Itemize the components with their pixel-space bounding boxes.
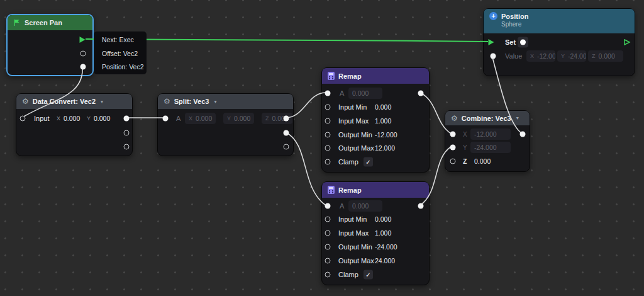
node-header-remap-bottom[interactable]: Remap (322, 182, 429, 198)
output-max-port[interactable] (325, 145, 331, 151)
node-header-screen-pan[interactable]: Screen Pan (8, 15, 92, 30)
position-output-port[interactable] (80, 64, 86, 70)
result-output-port[interactable] (418, 91, 424, 96)
output-max-port[interactable] (325, 258, 331, 264)
a-input-port[interactable] (325, 203, 331, 209)
position-icon: + (489, 12, 497, 20)
input-min-port[interactable] (325, 105, 331, 110)
node-data-convert[interactable]: ⚙ Data Convert: Vec2 ▾ Input X 0.000 Y 0… (16, 93, 133, 156)
clamp-port[interactable] (325, 272, 331, 278)
node-remap-top[interactable]: Remap A 0.000 Input Min 0.000 Input Max … (321, 67, 430, 173)
exec-output-port[interactable] (624, 39, 631, 46)
exec-output-port[interactable] (79, 37, 86, 43)
node-header-data-convert[interactable]: ⚙ Data Convert: Vec2 ▾ (16, 94, 132, 109)
output-min-label: Output Min (338, 131, 372, 139)
a-input-port[interactable] (325, 91, 331, 96)
output-min-field[interactable]: -24.000 (375, 243, 397, 251)
result-output-port[interactable] (520, 132, 526, 137)
output-max-label: Output Max (338, 257, 374, 265)
x-axis-label: X (463, 131, 467, 138)
set-toggle[interactable] (518, 37, 528, 48)
toggle-dot (520, 40, 526, 45)
input-max-field[interactable]: 1.000 (375, 117, 391, 125)
output-min-label: Output Min (338, 243, 372, 251)
port-label-position: Position: Vec2 (102, 63, 144, 71)
clamp-checkbox[interactable]: ✓ (364, 270, 373, 280)
x-value-field[interactable]: 0.000 (64, 115, 80, 122)
y-output-port[interactable] (284, 130, 289, 136)
result-output-port[interactable] (124, 116, 130, 122)
node-header-position[interactable]: + Position Sphere (484, 9, 635, 33)
gear-icon: ⚙ (451, 115, 458, 122)
input-max-label: Input Max (338, 229, 369, 237)
node-header-remap-top[interactable]: Remap (322, 68, 429, 84)
port-labels-tooltip: Next: Exec Offset: Vec2 Position: Vec2 (94, 31, 147, 74)
y-axis-label: Y (87, 115, 91, 122)
input-min-label: Input Min (338, 103, 367, 111)
x-output-port[interactable] (284, 116, 289, 122)
value-input-port[interactable] (491, 54, 496, 59)
x-axis-label: X (57, 115, 60, 122)
output-max-field[interactable]: 12.000 (375, 144, 395, 152)
chevron-down-icon[interactable]: ▾ (516, 115, 519, 121)
a-label: A (340, 89, 344, 97)
a-value-field: 0.000 (348, 200, 382, 212)
node-split[interactable]: ⚙ Split: Vec3 ▾ A X 0.000 Y 0.000 Z 0.00… (157, 93, 294, 156)
node-combine[interactable]: ⚙ Combine: Vec3 ▾ X -12.000 Y -24.000 Z … (445, 110, 530, 172)
a-label: A (340, 202, 344, 210)
z-input-port[interactable] (450, 159, 456, 164)
node-screen-pan[interactable]: Screen Pan (6, 14, 94, 76)
input-min-port[interactable] (325, 217, 331, 222)
clamp-port[interactable] (325, 159, 331, 165)
output-port-3[interactable] (124, 144, 130, 150)
port-label-offset: Offset: Vec2 (102, 50, 138, 57)
y-value-field: Y 0.000 (223, 113, 254, 124)
a-label: A (176, 115, 180, 122)
input-label: Input (34, 115, 49, 122)
input-min-label: Input Min (338, 215, 367, 223)
node-title: Split: Vec3 (174, 98, 209, 105)
y-input-port[interactable] (450, 145, 456, 151)
node-subtitle: Sphere (501, 21, 629, 28)
x-value-field: -12.000 (470, 128, 511, 140)
node-graph-canvas[interactable]: Screen Pan ⚙ Data Convert: Vec2 ▾ Input … (0, 0, 644, 296)
input-min-field[interactable]: 0.000 (375, 103, 391, 111)
offset-output-port[interactable] (80, 51, 86, 57)
chevron-down-icon[interactable]: ▾ (214, 99, 216, 105)
y-value-field: Y-24.000 (557, 50, 586, 62)
output-min-port[interactable] (325, 244, 331, 250)
output-min-port[interactable] (325, 132, 331, 138)
output-min-field[interactable]: -12.000 (375, 131, 397, 139)
chevron-down-icon[interactable]: ▾ (101, 99, 103, 105)
node-title: Position (501, 13, 528, 20)
x-value-field: X-12.000 (526, 50, 555, 62)
x-input-port[interactable] (450, 132, 456, 137)
input-port[interactable] (20, 116, 26, 122)
output-max-label: Output Max (338, 144, 374, 152)
node-position[interactable]: + Position Sphere Set Value X-12.000 Y-2… (483, 8, 635, 76)
node-header-combine[interactable]: ⚙ Combine: Vec3 ▾ (445, 111, 530, 125)
z-axis-label: Z (463, 157, 467, 165)
node-remap-bottom[interactable]: Remap A 0.000 Input Min 0.000 Input Max … (321, 181, 430, 285)
z-value-field: Z0.000 (588, 50, 623, 62)
y-value-field[interactable]: 0.000 (94, 115, 110, 122)
clamp-checkbox[interactable]: ✓ (364, 157, 373, 167)
node-title: Screen Pan (25, 19, 62, 26)
output-port-2[interactable] (124, 130, 130, 136)
result-output-port[interactable] (418, 203, 424, 209)
value-label: Value (505, 52, 522, 60)
node-header-split[interactable]: ⚙ Split: Vec3 ▾ (158, 94, 293, 109)
input-max-port[interactable] (325, 118, 331, 124)
input-min-field[interactable]: 0.000 (375, 215, 391, 223)
z-value-field[interactable]: 0.000 (474, 157, 491, 165)
gear-icon: ⚙ (164, 98, 170, 105)
set-exec-input-port[interactable] (488, 39, 495, 46)
input-max-field[interactable]: 1.000 (375, 229, 391, 237)
x-value-field: X 0.000 (185, 113, 216, 124)
z-output-port[interactable] (284, 144, 289, 150)
a-input-port[interactable] (163, 116, 169, 122)
output-max-field[interactable]: 24.000 (375, 257, 395, 265)
flag-icon (13, 19, 21, 26)
input-max-port[interactable] (325, 231, 331, 236)
node-title: Remap (338, 72, 362, 80)
